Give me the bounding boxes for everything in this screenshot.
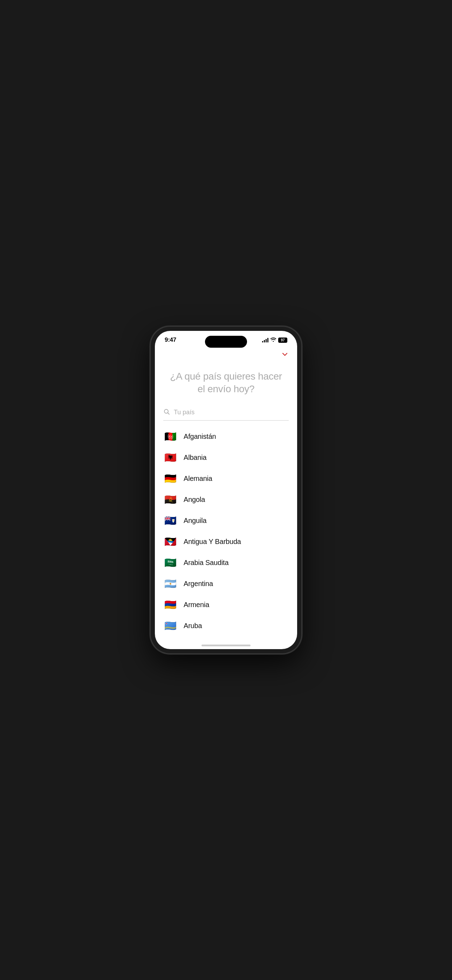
- list-item[interactable]: 🇦🇲Armenia: [155, 595, 297, 616]
- country-name: Alemania: [184, 474, 212, 483]
- country-name: Angola: [184, 496, 205, 504]
- country-flag: 🇦🇲: [163, 600, 177, 610]
- dynamic-island: [205, 336, 247, 348]
- list-item[interactable]: 🇦🇱Albania: [155, 447, 297, 468]
- country-flag: 🇦🇬: [163, 537, 177, 547]
- country-name: Anguila: [184, 517, 206, 525]
- signal-icon: [262, 337, 268, 342]
- svg-point-0: [164, 409, 168, 413]
- search-icon: [163, 408, 170, 417]
- battery-level: 97: [281, 338, 285, 342]
- list-item[interactable]: 🇦🇷Argentina: [155, 573, 297, 595]
- signal-bar-2: [264, 340, 265, 342]
- country-name: Afganistán: [184, 433, 216, 441]
- status-icons: 97: [262, 337, 287, 343]
- home-indicator: [155, 637, 297, 649]
- country-list: 🇦🇫Afganistán🇦🇱Albania🇩🇪Alemania🇦🇴Angola🇦…: [155, 423, 297, 637]
- list-item[interactable]: 🇦🇺Australia: [155, 636, 297, 637]
- country-flag: 🇩🇪: [163, 474, 177, 484]
- list-item[interactable]: 🇦🇬Antigua Y Barbuda: [155, 531, 297, 552]
- country-flag: 🇦🇼: [163, 621, 177, 631]
- phone-screen: 9:47 97: [155, 331, 297, 649]
- country-flag: 🇦🇴: [163, 495, 177, 505]
- close-button-area: [155, 346, 297, 360]
- country-name: Armenia: [184, 601, 209, 609]
- signal-bar-1: [262, 341, 263, 342]
- page-title: ¿A qué país quieres hacer el envío hoy?: [169, 370, 283, 396]
- search-box: [163, 408, 289, 421]
- list-item[interactable]: 🇦🇫Afganistán: [155, 426, 297, 447]
- country-name: Antigua Y Barbuda: [184, 538, 241, 546]
- status-time: 9:47: [165, 336, 176, 344]
- content-area[interactable]: ¿A qué país quieres hacer el envío hoy? …: [155, 346, 297, 637]
- list-item[interactable]: 🇸🇦Arabia Saudita: [155, 552, 297, 573]
- country-flag: 🇸🇦: [163, 558, 177, 568]
- wifi-icon: [271, 337, 276, 343]
- country-name: Arabia Saudita: [184, 559, 228, 567]
- list-item[interactable]: 🇦🇼Aruba: [155, 616, 297, 636]
- home-bar: [202, 644, 250, 646]
- signal-bar-3: [266, 339, 267, 342]
- battery-icon: 97: [278, 337, 287, 343]
- search-input[interactable]: [174, 409, 289, 416]
- country-flag: 🇦🇱: [163, 453, 177, 463]
- list-item[interactable]: 🇩🇪Alemania: [155, 468, 297, 489]
- country-flag: 🇦🇮: [163, 516, 177, 526]
- search-area: [155, 403, 297, 423]
- list-item[interactable]: 🇦🇴Angola: [155, 489, 297, 510]
- phone-frame: 9:47 97: [151, 327, 301, 653]
- country-flag: 🇦🇷: [163, 579, 177, 589]
- country-name: Argentina: [184, 580, 213, 588]
- country-name: Albania: [184, 453, 206, 461]
- country-name: Aruba: [184, 622, 202, 630]
- title-area: ¿A qué país quieres hacer el envío hoy?: [155, 360, 297, 403]
- list-item[interactable]: 🇦🇮Anguila: [155, 510, 297, 531]
- close-button[interactable]: [281, 350, 289, 360]
- country-flag: 🇦🇫: [163, 432, 177, 442]
- signal-bar-4: [267, 338, 268, 342]
